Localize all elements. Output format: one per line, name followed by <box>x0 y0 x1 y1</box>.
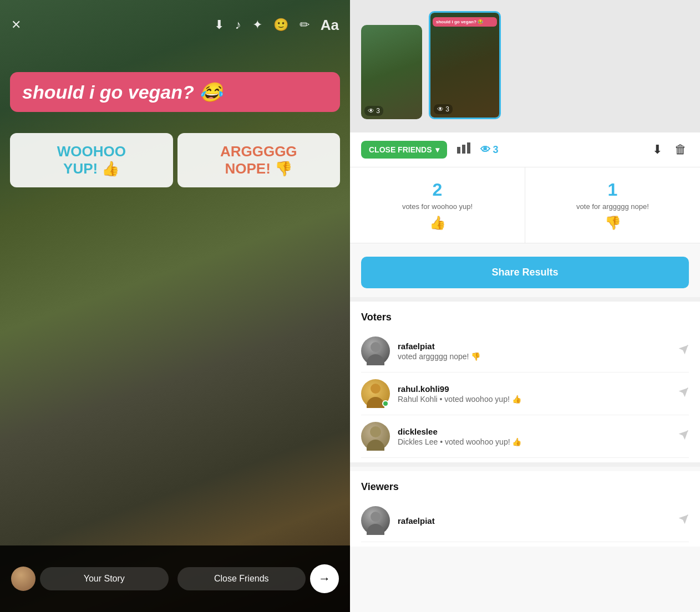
voters-title: Voters <box>361 312 689 323</box>
online-indicator <box>382 400 389 407</box>
voter-avatar-dickles <box>361 422 390 451</box>
question-sticker: should i go vegan? 😂 <box>10 72 340 112</box>
voter-row-rahul: rahul.kohli99 Rahul Kohli • voted woohoo… <box>361 373 689 415</box>
arrow-icon: → <box>318 572 331 586</box>
svg-marker-4 <box>679 387 688 397</box>
poll-option-b[interactable]: ARGGGGGNOPE! 👎 <box>177 133 341 187</box>
voter-avatar-rahul <box>361 379 390 408</box>
views-count: 👁 3 <box>480 144 499 156</box>
voter-username-dickles: dickleslee <box>398 427 670 436</box>
svg-marker-6 <box>679 514 688 524</box>
close-friends-label: CLOSE FRIENDS <box>369 145 432 154</box>
left-panel: ✕ ⬇ ♪ ✦ 🙂 ✏ Aa should i go vegan? 😂 WOOH… <box>0 0 350 612</box>
thumb-bg-2 <box>430 13 499 118</box>
delete-button[interactable]: 🗑 <box>672 140 689 159</box>
music-icon[interactable]: ♪ <box>235 18 241 32</box>
viewer-row-rafael: rafaelpiat <box>361 499 689 542</box>
thumbnail-2[interactable]: should i go vegan? 😂 👁 3 <box>429 11 501 119</box>
votes-a-label: votes for woohoo yup! <box>361 202 514 211</box>
close-icon[interactable]: ✕ <box>11 18 21 32</box>
viewers-section: Viewers rafaelpiat <box>350 471 700 547</box>
svg-rect-0 <box>457 147 460 154</box>
next-button[interactable]: → <box>310 564 339 593</box>
story-bottom-bar: Your Story Close Friends → <box>0 545 350 612</box>
voter-avatar-rafael <box>361 336 390 365</box>
close-friends-tab[interactable]: Close Friends <box>177 567 306 590</box>
chevron-down-icon: ▾ <box>435 145 439 154</box>
question-text: should i go vegan? 😂 <box>22 81 222 103</box>
share-results-button[interactable]: Share Results <box>361 257 689 288</box>
section-divider-1 <box>350 297 700 302</box>
voter-detail-rahul: Rahul Kohli • voted woohoo yup! 👍 <box>398 395 670 404</box>
download-button[interactable]: ⬇ <box>650 140 665 159</box>
thumb-question-overlay: should i go vegan? 😂 <box>433 17 497 27</box>
viewer-username-rafael: rafaelpiat <box>398 516 670 526</box>
sparkle-icon[interactable]: ✦ <box>252 18 262 32</box>
viewer-info-rafael: rafaelpiat <box>398 516 670 526</box>
voters-section: Voters rafaelpiat voted arggggg nope! 👎 <box>350 302 700 462</box>
thumbnails-section: 👁 3 should i go vegan? 😂 👁 3 <box>350 0 700 132</box>
voter-username-rafael: rafaelpiat <box>398 341 670 351</box>
voter-info-rafael: rafaelpiat voted arggggg nope! 👎 <box>398 341 670 361</box>
votes-b-number: 1 <box>536 180 689 200</box>
send-icon-rahul[interactable] <box>678 387 689 401</box>
send-icon-rafael[interactable] <box>678 344 689 358</box>
pen-icon[interactable]: ✏ <box>300 18 310 32</box>
viewer-avatar-rafael <box>361 506 390 535</box>
section-divider-2 <box>350 462 700 467</box>
poll-option-a[interactable]: WOOHOOYUP! 👍 <box>10 133 173 187</box>
actions-bar: CLOSE FRIENDS ▾ 👁 3 ⬇ 🗑 <box>350 132 700 167</box>
thumb-bg-1 <box>361 25 422 119</box>
thumbnail-1[interactable]: 👁 3 <box>361 25 422 119</box>
svg-marker-3 <box>679 345 688 354</box>
thumb-1-views: 👁 3 <box>364 106 383 116</box>
user-avatar <box>11 567 35 591</box>
voter-info-rahul: rahul.kohli99 Rahul Kohli • voted woohoo… <box>398 384 670 404</box>
voter-username-rahul: rahul.kohli99 <box>398 384 670 394</box>
right-panel: 👁 3 should i go vegan? 😂 👁 3 CLOSE FRIEN… <box>350 0 700 612</box>
poll-results: 2 votes for woohoo yup! 👍 1 vote for arg… <box>350 167 700 243</box>
votes-a-emoji: 👍 <box>361 215 514 231</box>
voter-detail-dickles: Dickles Lee • voted woohoo yup! 👍 <box>398 437 670 446</box>
bar-chart-icon[interactable] <box>455 140 473 159</box>
poll-result-a: 2 votes for woohoo yup! 👍 <box>350 167 525 243</box>
send-icon-viewer-rafael[interactable] <box>678 514 689 528</box>
svg-rect-1 <box>462 145 465 154</box>
poll-option-b-text: ARGGGGGNOPE! 👎 <box>184 143 334 177</box>
poll-option-a-text: WOOHOOYUP! 👍 <box>17 143 166 177</box>
text-tool-icon[interactable]: Aa <box>321 17 339 34</box>
story-top-bar: ✕ ⬇ ♪ ✦ 🙂 ✏ Aa <box>0 0 350 44</box>
thumb-2-views: 👁 3 <box>434 104 453 114</box>
votes-b-emoji: 👎 <box>536 215 689 231</box>
svg-marker-5 <box>679 430 688 440</box>
send-icon-dickles[interactable] <box>678 430 689 443</box>
sticker-icon[interactable]: 🙂 <box>273 18 288 32</box>
top-bar-icons-right: ⬇ ♪ ✦ 🙂 ✏ Aa <box>214 17 339 34</box>
views-number: 3 <box>493 144 499 156</box>
voter-row: rafaelpiat voted arggggg nope! 👎 <box>361 330 689 373</box>
voter-row-dickles: dickleslee Dickles Lee • voted woohoo yu… <box>361 415 689 458</box>
close-friends-button[interactable]: CLOSE FRIENDS ▾ <box>361 141 447 159</box>
poll-result-b: 1 vote for arggggg nope! 👎 <box>525 167 700 243</box>
votes-b-label: vote for arggggg nope! <box>536 202 689 211</box>
svg-rect-2 <box>467 142 470 154</box>
your-story-tab[interactable]: Your Story <box>40 567 169 590</box>
viewers-title: Viewers <box>361 481 689 493</box>
eye-icon: 👁 <box>480 144 490 156</box>
voter-detail-rafael: voted arggggg nope! 👎 <box>398 352 670 361</box>
voter-info-dickles: dickleslee Dickles Lee • voted woohoo yu… <box>398 427 670 446</box>
votes-a-number: 2 <box>361 180 514 200</box>
download-icon[interactable]: ⬇ <box>214 18 224 32</box>
poll-options: WOOHOOYUP! 👍 ARGGGGGNOPE! 👎 <box>10 133 340 187</box>
